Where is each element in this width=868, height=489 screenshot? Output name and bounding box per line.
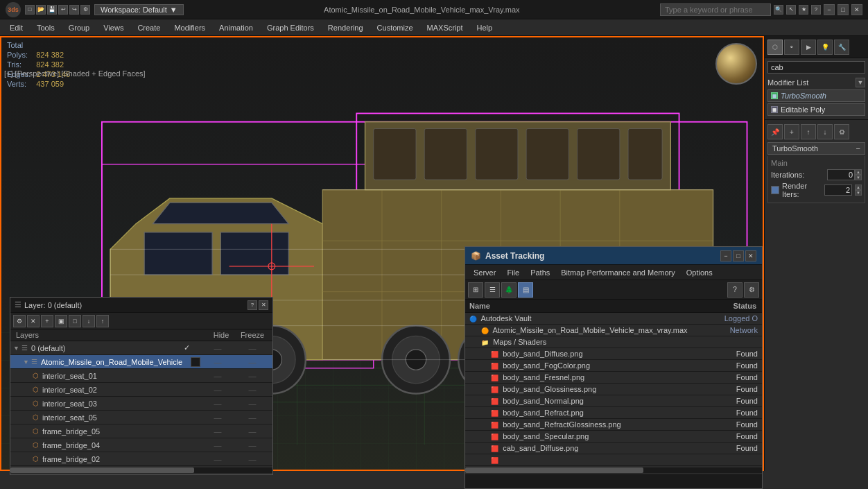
object-name-field[interactable] (767, 61, 865, 74)
help-btn[interactable]: ? (811, 5, 821, 15)
window-close-btn[interactable]: ✕ (851, 4, 862, 15)
insert-modifier-btn[interactable]: + (784, 124, 799, 139)
layer-scroll-area[interactable]: ▼ ☰ 0 (default) ✓ — — ▼ ☰ Atomic_Missile… (10, 341, 272, 466)
layer-row-seat01[interactable]: ⬡ interior_seat_01 — — (10, 369, 272, 383)
undo-btn[interactable]: ↩ (58, 5, 68, 15)
asset-table-container[interactable]: Name Status 🔵 Autodesk Vault Logged O (465, 300, 762, 466)
iterations-down-btn[interactable]: ▼ (855, 175, 862, 180)
layer-collapse-btn[interactable]: ↑ (96, 315, 109, 327)
layer-add-btn[interactable]: + (41, 315, 53, 327)
search-input[interactable] (660, 3, 771, 16)
asset-tree-view-btn[interactable]: 🌲 (501, 282, 517, 298)
asset-row-maxfile[interactable]: 🟠 Atomic_Missile_on_Road_Mobile_Vehicle_… (465, 325, 762, 336)
configure-btn[interactable]: ⚙ (834, 124, 849, 139)
asset-close-btn[interactable]: ✕ (745, 250, 756, 261)
render-iters-up-btn[interactable]: ▲ (855, 185, 862, 190)
layer-expand-btn[interactable]: ↓ (83, 315, 95, 327)
window-minimize-btn[interactable]: − (824, 4, 835, 15)
utilities-panel-btn[interactable]: 🔧 (834, 40, 849, 55)
workspace-selector[interactable]: Workspace: Default ▼ (94, 4, 184, 15)
render-iters-down-btn[interactable]: ▼ (855, 190, 862, 196)
cursor-tool-btn[interactable]: ↖ (786, 5, 796, 15)
asset-row-9[interactable]: 🟥 body_sand_RefractGlossiness.png Found (465, 419, 762, 431)
move-up-btn[interactable]: ↑ (801, 124, 816, 139)
render-iters-checkbox[interactable] (771, 186, 779, 194)
asset-grid-view-btn[interactable]: ⊞ (468, 282, 483, 298)
redo-btn[interactable]: ↪ (69, 5, 79, 15)
star-btn[interactable]: ★ (799, 5, 808, 15)
asset-row-vault[interactable]: 🔵 Autodesk Vault Logged O (465, 313, 762, 325)
asset-row-12[interactable]: 🟥 (465, 454, 762, 466)
menu-graph-editors[interactable]: Graph Editors (260, 22, 321, 33)
iterations-input[interactable] (827, 169, 855, 180)
menu-customize[interactable]: Customize (370, 22, 420, 33)
modify-panel-btn[interactable]: ⬡ (767, 40, 783, 55)
layer-row-seat02[interactable]: ⬡ interior_seat_02 — — (10, 383, 272, 397)
menu-group[interactable]: Group (62, 22, 97, 33)
asset-row-5[interactable]: 🟥 body_sand_Fresnel.png Found (465, 372, 762, 384)
new-btn[interactable]: □ (25, 5, 35, 15)
layer-row-atomic[interactable]: ▼ ☰ Atomic_Missile_on_Road_Mobile_Vehicl… (10, 355, 272, 369)
move-down-btn[interactable]: ↓ (817, 124, 833, 139)
asset-menu-options[interactable]: Options (681, 267, 718, 278)
layer-row-default[interactable]: ▼ ☰ 0 (default) ✓ — — (10, 341, 272, 355)
asset-row-3[interactable]: 🟥 body_sand_Diffuse.png Found (465, 348, 762, 360)
settings-btn[interactable]: ⚙ (80, 5, 90, 15)
save-btn[interactable]: 💾 (47, 5, 57, 15)
layer-row-bridge05[interactable]: ⬡ frame_bridge_05 — — (10, 424, 272, 438)
open-btn[interactable]: 📂 (36, 5, 46, 15)
asset-table-view-btn[interactable]: ▤ (518, 282, 533, 298)
asset-row-11[interactable]: 🟥 cab_sand_Diffuse.png Found (465, 443, 762, 454)
menu-views[interactable]: Views (96, 22, 130, 33)
asset-settings-btn[interactable]: ⚙ (744, 282, 759, 298)
layer-row-bridge04[interactable]: ⬡ frame_bridge_04 — — (10, 438, 272, 452)
menu-rendering[interactable]: Rendering (321, 22, 370, 33)
display-panel-btn[interactable]: 💡 (817, 40, 833, 55)
layer-row-seat03[interactable]: ⬡ interior_seat_03 — — (10, 397, 272, 411)
menu-help[interactable]: Help (470, 22, 500, 33)
menu-maxscript[interactable]: MAXScript (420, 22, 470, 33)
modifier-editable-poly[interactable]: ■ Editable Poly (767, 103, 865, 116)
asset-maximize-btn[interactable]: □ (733, 250, 744, 261)
asset-menu-paths[interactable]: Paths (525, 267, 555, 278)
menu-edit[interactable]: Edit (3, 22, 30, 33)
asset-row-8[interactable]: 🟥 body_sand_Refract.png Found (465, 407, 762, 419)
asset-row-10[interactable]: 🟥 body_sand_Specular.png Found (465, 431, 762, 443)
asset-list-view-btn[interactable]: ☰ (485, 282, 500, 298)
asset-scrollbar[interactable] (465, 467, 762, 473)
asset-menu-bitmap[interactable]: Bitmap Performance and Memory (555, 267, 680, 278)
motion-panel-btn[interactable]: ▶ (801, 40, 816, 55)
modifier-turbosmooth[interactable]: ■ TurboSmooth (767, 89, 865, 102)
layer-row-seat05[interactable]: ⬡ interior_seat_05 — — (10, 411, 272, 424)
layer-unselect-btn[interactable]: □ (69, 315, 81, 327)
asset-row-7[interactable]: 🟥 body_sand_Normal.png Found (465, 395, 762, 407)
asset-minimize-btn[interactable]: − (720, 250, 731, 261)
iterations-up-btn[interactable]: ▲ (855, 169, 862, 175)
asset-menu-file[interactable]: File (501, 267, 525, 278)
menu-tools[interactable]: Tools (30, 22, 62, 33)
layer-question-btn[interactable]: ? (248, 300, 257, 310)
rollout-turbosmooth[interactable]: TurboSmooth − (767, 142, 865, 155)
menu-create[interactable]: Create (130, 22, 167, 33)
hierarchy-panel-btn[interactable]: ⚬ (784, 40, 799, 55)
layer-settings-btn[interactable]: ⚙ (13, 315, 26, 327)
layer-delete-btn[interactable]: ✕ (27, 315, 40, 327)
layer-expand-atomic[interactable]: ▼ (23, 359, 31, 366)
asset-row-6[interactable]: 🟥 body_sand_Glossiness.png Found (465, 384, 762, 395)
modifier-dropdown-btn[interactable]: ▼ (856, 78, 865, 87)
menu-animation[interactable]: Animation (212, 22, 260, 33)
layer-select-btn[interactable]: ▣ (55, 315, 67, 327)
asset-row-4[interactable]: 🟥 body_sand_FogColor.png Found (465, 360, 762, 372)
layer-close-btn[interactable]: ✕ (259, 300, 268, 310)
asset-row-maps[interactable]: 📁 Maps / Shaders (465, 336, 762, 348)
search-icon-btn[interactable]: 🔍 (774, 5, 783, 15)
layer-row-bridge02[interactable]: ⬡ frame_bridge_02 — — (10, 452, 272, 466)
layer-expand-default[interactable]: ▼ (13, 345, 21, 352)
menu-modifiers[interactable]: Modifiers (167, 22, 212, 33)
asset-help-btn[interactable]: ? (727, 282, 743, 298)
asset-menu-server[interactable]: Server (468, 267, 501, 278)
window-maximize-btn[interactable]: □ (837, 4, 849, 15)
layer-scrollbar[interactable] (10, 467, 272, 473)
pin-btn[interactable]: 📌 (767, 124, 783, 139)
render-iters-input[interactable] (824, 185, 852, 196)
